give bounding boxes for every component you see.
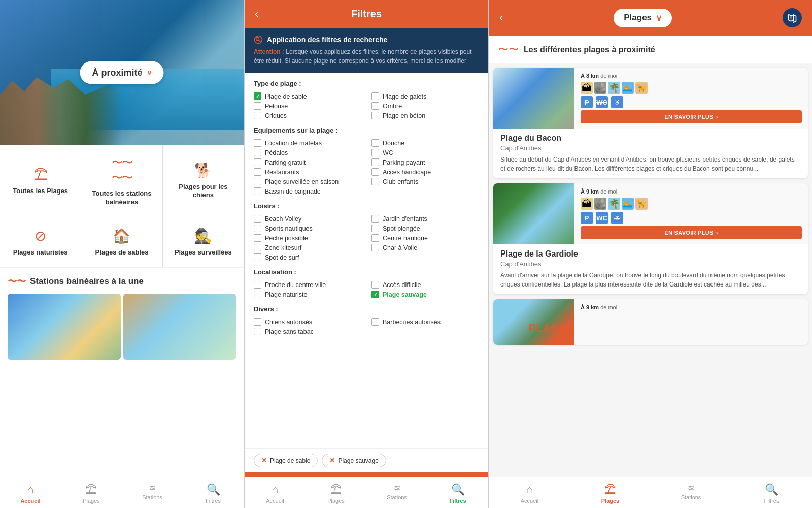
filter-pelouse[interactable]: Pelouse	[254, 101, 361, 111]
no-icon: ⊘	[35, 228, 46, 244]
filter-sauvage[interactable]: Plage sauvage	[371, 290, 479, 299]
checkbox-galets[interactable]	[371, 92, 379, 100]
checkbox-beach-volley[interactable]	[254, 215, 261, 223]
nav-stations[interactable]: ≋ Stations	[366, 481, 427, 506]
filter-char-voile[interactable]: Char à Voile	[371, 243, 479, 252]
filter-wc[interactable]: WC	[371, 148, 479, 157]
checkbox-char-voile[interactable]	[371, 244, 379, 251]
checkbox-beton[interactable]	[371, 112, 379, 119]
checkbox-parking-gratuit[interactable]	[254, 158, 261, 166]
nav-stations[interactable]: ≋ Stations	[651, 481, 731, 506]
filter-parking-gratuit[interactable]: Parking gratuit	[254, 157, 361, 167]
checkbox-tabac[interactable]	[254, 328, 261, 335]
checkbox-parking-payant[interactable]	[371, 158, 379, 166]
checkbox-douche[interactable]	[371, 139, 379, 147]
nav-accueil[interactable]: ⌂ Accueil	[0, 481, 61, 506]
checkbox-criques[interactable]	[254, 112, 261, 119]
filter-pedalos[interactable]: Pédalos	[254, 148, 361, 157]
filter-tabac[interactable]: Plage sans tabac	[254, 327, 361, 336]
filter-parking-payant[interactable]: Parking payant	[371, 157, 479, 167]
checkbox-acces-difficile[interactable]	[371, 281, 379, 289]
checkbox-surf[interactable]	[254, 253, 261, 261]
filter-surf[interactable]: Spot de surf	[254, 252, 361, 262]
nav-plages[interactable]: ⛱ Plages	[61, 481, 122, 506]
checkbox-plage-naturiste[interactable]	[254, 291, 261, 298]
filter-criques[interactable]: Criques	[254, 111, 361, 120]
checkbox-chiens[interactable]	[254, 318, 261, 326]
chip-sauvage[interactable]: ✕ Plage sauvage	[322, 454, 386, 467]
nav-filtres-active[interactable]: 🔍 Filtres	[427, 481, 488, 506]
filter-beach-volley[interactable]: Beach Volley	[254, 214, 361, 224]
checkbox-bassin[interactable]	[254, 187, 261, 195]
filter-centre-nautique[interactable]: Centre nautique	[371, 233, 479, 243]
filter-douche[interactable]: Douche	[371, 138, 479, 148]
filter-ombre[interactable]: Ombre	[371, 101, 479, 111]
filtres-content[interactable]: Type de plage : Plage de sable Pelouse C…	[245, 73, 488, 448]
checkbox-handicap[interactable]	[371, 168, 379, 176]
checkbox-centre-ville[interactable]	[254, 281, 261, 289]
filter-jardin[interactable]: Jardin d'enfants	[371, 214, 479, 224]
category-naturistes[interactable]: ⊘ Plages naturistes	[0, 217, 81, 267]
category-surveillees[interactable]: 🕵 Plages surveillées	[163, 217, 244, 267]
category-stations[interactable]: 〜〜〜〜 Toutes les stations balnéaires	[81, 145, 162, 217]
checkbox-peche[interactable]	[254, 234, 261, 242]
station-thumb-2[interactable]	[123, 294, 236, 360]
filter-plage-naturiste[interactable]: Plage naturiste	[254, 290, 361, 299]
plages-list[interactable]: À 8 km de moi 🏔 🪨 🌴 🏊 🦮 P WC	[489, 64, 812, 477]
filter-centre-ville[interactable]: Proche du centre ville	[254, 280, 361, 290]
checkbox-pedalos[interactable]	[254, 149, 261, 156]
filter-chiens[interactable]: Chiens autorisés	[254, 317, 361, 327]
checkbox-ombre[interactable]	[371, 102, 379, 110]
proximity-button[interactable]: À proximité ∨	[80, 61, 163, 84]
filter-peche[interactable]: Pêche possible	[254, 233, 361, 243]
plages-title-button[interactable]: Plages ∨	[614, 9, 672, 27]
filter-matelas[interactable]: Location de matelas	[254, 138, 361, 148]
nav-filtres[interactable]: 🔍 Filtres	[731, 481, 812, 506]
category-label: Plages naturistes	[13, 248, 68, 257]
filter-beton[interactable]: Plage en béton	[371, 111, 479, 120]
filter-barbecue[interactable]: Barbecues autorisés	[371, 317, 479, 327]
station-thumb-1[interactable]	[8, 294, 121, 360]
category-sables[interactable]: 🏠 Plages de sables	[81, 217, 162, 267]
back-arrow-icon[interactable]: ‹	[499, 11, 503, 24]
checkbox-sable[interactable]	[254, 92, 261, 100]
filter-plongee[interactable]: Spot plongée	[371, 224, 479, 233]
back-arrow-icon[interactable]: ‹	[255, 8, 258, 21]
filter-sports-nautiques[interactable]: Sports nautiques	[254, 224, 361, 233]
nav-filtres[interactable]: 🔍 Filtres	[183, 481, 244, 506]
checkbox-wc[interactable]	[371, 149, 379, 156]
map-icon-button[interactable]	[783, 8, 802, 27]
en-savoir-plus-bacon[interactable]: EN SAVOIR PLUS ›	[581, 110, 802, 123]
checkbox-matelas[interactable]	[254, 139, 261, 147]
checkbox-surveillee[interactable]	[254, 178, 261, 185]
checkbox-kitesurf[interactable]	[254, 244, 261, 251]
checkbox-plongee[interactable]	[371, 225, 379, 232]
nav-plages-active[interactable]: ⛱ Plages	[570, 481, 651, 506]
apply-button-bar[interactable]	[245, 472, 488, 477]
checkbox-restaurants[interactable]	[254, 168, 261, 176]
nav-accueil[interactable]: ⌂ Accueil	[245, 481, 306, 506]
filter-kitesurf[interactable]: Zone kitesurf	[254, 243, 361, 252]
nav-accueil[interactable]: ⌂ Accueil	[489, 481, 570, 506]
checkbox-barbecue[interactable]	[371, 318, 379, 326]
nav-stations[interactable]: ≋ Stations	[122, 481, 183, 506]
chip-sable[interactable]: ✕ Plage de sable	[254, 454, 318, 467]
filter-plage-sable[interactable]: Plage de sable	[254, 91, 361, 101]
filter-club-enfants[interactable]: Club enfants	[371, 177, 479, 186]
category-chiens[interactable]: 🐕 Plages pour les chiens	[163, 145, 244, 217]
filter-bassin[interactable]: Bassin de baignade	[254, 186, 361, 196]
filter-acces-difficile[interactable]: Accès difficile	[371, 280, 479, 290]
nav-plages[interactable]: ⛱ Plages	[306, 481, 366, 506]
filter-restaurants[interactable]: Restaurants	[254, 167, 361, 177]
en-savoir-plus-gardiole[interactable]: EN SAVOIR PLUS ›	[581, 226, 802, 239]
checkbox-centre-nautique[interactable]	[371, 234, 379, 242]
checkbox-club-enfants[interactable]	[371, 178, 379, 185]
filter-surveillee[interactable]: Plage surveillée en saison	[254, 177, 361, 186]
checkbox-sports-nautiques[interactable]	[254, 225, 261, 232]
checkbox-jardin[interactable]	[371, 215, 379, 223]
checkbox-pelouse[interactable]	[254, 102, 261, 110]
filter-galets[interactable]: Plage de galets	[371, 91, 479, 101]
filter-handicap[interactable]: Accès handicapé	[371, 167, 479, 177]
checkbox-sauvage[interactable]	[371, 291, 379, 298]
category-toutes-plages[interactable]: ⛱ Toutes les Plages	[0, 145, 81, 217]
